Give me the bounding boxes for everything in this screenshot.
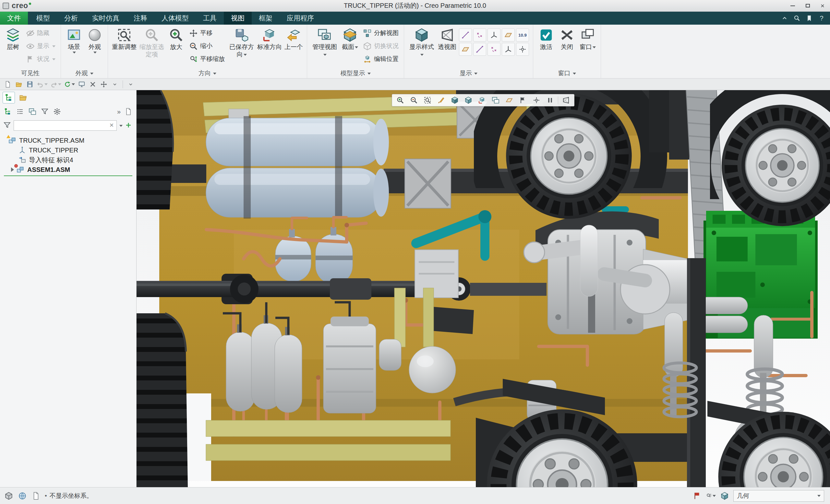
csys-tag-display-toggle[interactable] xyxy=(502,43,515,56)
tree-item-root[interactable]: TRUCK_TIPPER.ASM xyxy=(0,135,136,145)
customize-quickbar-button[interactable] xyxy=(126,80,136,89)
exploded-view-button[interactable]: 分解视图 xyxy=(361,27,401,39)
tab-file[interactable]: 文件 xyxy=(0,12,28,25)
tab-tools[interactable]: 工具 xyxy=(196,12,224,25)
model-scene[interactable] xyxy=(136,90,830,487)
help-icon[interactable]: ? xyxy=(816,13,827,23)
collapse-ribbon-icon[interactable] xyxy=(779,13,791,23)
undo-button[interactable] xyxy=(36,80,49,89)
spin-center-display-toggle[interactable] xyxy=(516,43,529,56)
redo-button[interactable] xyxy=(49,80,62,89)
sections-button[interactable]: 截面 xyxy=(340,27,360,68)
display-style-icon[interactable] xyxy=(448,95,461,105)
tree-item-subassembly[interactable]: ASSEM1.ASM xyxy=(0,165,136,175)
axis-display-toggle[interactable] xyxy=(459,29,472,41)
tab-model[interactable]: 模型 xyxy=(29,12,57,25)
zoom-out-icon[interactable] xyxy=(407,95,421,105)
windows-button[interactable]: 窗口 xyxy=(577,27,598,68)
display-style-button[interactable]: 显示样式 xyxy=(407,27,437,68)
model-select-icon[interactable] xyxy=(720,491,730,501)
edit-position-button[interactable]: 编辑位置 xyxy=(361,53,401,65)
zoom-in-button[interactable]: 放大 xyxy=(166,27,187,68)
selection-filter-combo[interactable]: 几何 xyxy=(733,490,824,502)
saved-orientations-button[interactable]: 已保存方向 xyxy=(227,27,256,68)
search-options-arrow[interactable] xyxy=(119,125,123,128)
switch-window-button[interactable] xyxy=(76,80,87,89)
full-screen-toggle-icon[interactable] xyxy=(31,491,41,501)
expand-more-icon[interactable]: » xyxy=(117,108,121,116)
tree-filter-icon[interactable] xyxy=(40,107,49,116)
status-button[interactable]: 状况 xyxy=(24,53,57,65)
favorites-icon[interactable] xyxy=(803,13,815,23)
spare-tire-left-bottom[interactable] xyxy=(136,313,188,487)
tree-search-input[interactable] xyxy=(13,120,117,131)
zoom-in-icon[interactable] xyxy=(393,95,407,105)
perspective-button[interactable]: 透视图 xyxy=(437,27,458,68)
tab-view[interactable]: 视图 xyxy=(224,12,252,25)
tab-applications[interactable]: 应用程序 xyxy=(280,12,321,25)
spin-center-icon[interactable] xyxy=(530,95,543,105)
tree-list-icon[interactable] xyxy=(15,107,25,116)
activate-button[interactable]: 激活 xyxy=(536,27,556,68)
close-window-quick-button[interactable] xyxy=(88,80,98,89)
insert-locator-line[interactable] xyxy=(4,176,132,176)
maximize-button[interactable] xyxy=(800,0,815,11)
tree-settings-icon[interactable] xyxy=(53,107,62,116)
browser-toggle-icon[interactable] xyxy=(18,491,27,501)
layer-tree-button[interactable]: 层树 xyxy=(3,27,23,68)
add-filter-icon[interactable] xyxy=(125,121,133,130)
spare-tire-left-top[interactable] xyxy=(136,90,173,210)
refit-icon[interactable] xyxy=(421,95,434,105)
tree-display-icon[interactable] xyxy=(3,107,12,116)
tab-annotate[interactable]: 注释 xyxy=(127,12,154,25)
pan-button[interactable]: 平移 xyxy=(187,27,227,39)
flag-icon[interactable] xyxy=(693,491,702,501)
search-results-icon[interactable] xyxy=(706,491,716,501)
filter-funnel-icon[interactable] xyxy=(3,121,12,130)
plane-tag-display-toggle[interactable] xyxy=(459,43,472,56)
point-display-toggle[interactable] xyxy=(473,29,486,41)
open-file-button[interactable] xyxy=(13,80,24,89)
zoom-to-selected-button[interactable]: 缩放至选定项 xyxy=(138,27,166,68)
toggle-status-button[interactable]: 切换状况 xyxy=(361,39,401,53)
manage-views-button[interactable]: 管理视图 xyxy=(310,27,340,68)
tree-item-base[interactable]: TRUCK_TIPPER xyxy=(0,145,136,155)
hide-button[interactable]: 隐藏 xyxy=(24,27,57,39)
axis-tag-display-toggle[interactable] xyxy=(473,43,486,56)
tree-item-import-feature[interactable]: 导入特征 标识4 xyxy=(0,155,136,165)
perspective-icon[interactable] xyxy=(559,95,573,105)
new-file-button[interactable] xyxy=(3,80,13,89)
quickbar-dropdown[interactable] xyxy=(109,80,120,89)
model-display-toggle-icon[interactable] xyxy=(4,491,13,501)
drag-mode-button[interactable] xyxy=(99,80,109,89)
close-button[interactable] xyxy=(815,0,830,11)
show-button[interactable]: 显示 xyxy=(24,39,57,53)
regenerate-button[interactable] xyxy=(63,80,76,89)
datum-display-filters-icon[interactable] xyxy=(502,95,516,105)
zoom-out-button[interactable]: 缩小 xyxy=(187,39,227,53)
wheel-front-right[interactable] xyxy=(506,93,632,219)
previous-button[interactable]: 上一个 xyxy=(283,27,304,68)
standard-orientation-icon[interactable] xyxy=(475,95,489,105)
plane-display-toggle[interactable] xyxy=(502,29,515,41)
standard-orientation-button[interactable]: 标准方向 xyxy=(256,27,283,68)
save-button[interactable] xyxy=(25,80,35,89)
point-tag-display-toggle[interactable] xyxy=(487,43,501,56)
expand-arrow-icon[interactable] xyxy=(11,167,14,172)
folder-browser-tab[interactable] xyxy=(17,92,29,103)
close-window-button[interactable]: 关闭 xyxy=(556,27,577,68)
pause-icon[interactable] xyxy=(543,95,557,105)
refit-button[interactable]: 重新调整 xyxy=(110,27,138,68)
command-search-icon[interactable] xyxy=(791,13,803,23)
tab-manikin[interactable]: 人体模型 xyxy=(154,12,196,25)
appearances-button[interactable]: 外观 xyxy=(84,27,105,68)
pan-zoom-button[interactable]: 平移缩放 xyxy=(187,53,227,65)
tab-framework[interactable]: 框架 xyxy=(252,12,280,25)
repaint-icon[interactable] xyxy=(434,95,448,105)
scene-button[interactable]: 场景 xyxy=(64,27,84,68)
detach-panel-icon[interactable] xyxy=(124,107,133,116)
csys-display-toggle[interactable] xyxy=(487,29,501,41)
graphics-area[interactable] xyxy=(136,90,830,487)
clear-search-icon[interactable]: ✕ xyxy=(108,122,115,129)
tab-analysis[interactable]: 分析 xyxy=(57,12,85,25)
